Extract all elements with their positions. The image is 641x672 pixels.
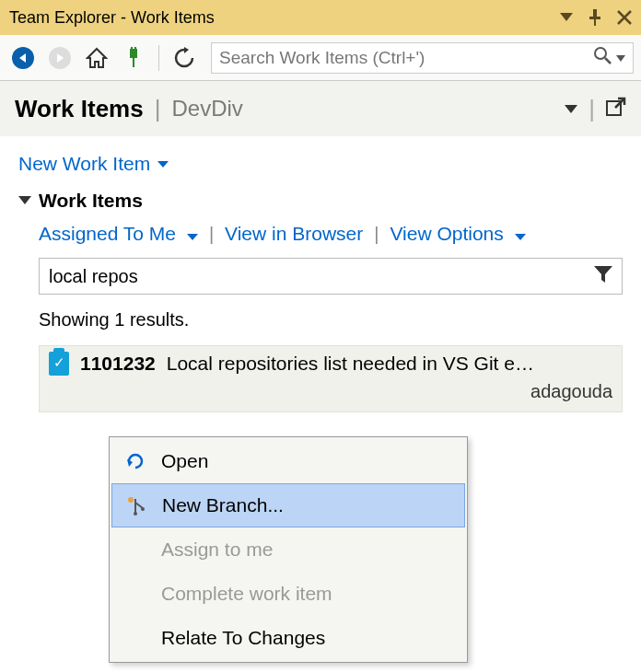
forward-button (44, 42, 76, 74)
chevron-down-icon (187, 234, 198, 240)
svg-rect-12 (131, 47, 133, 51)
page-title: Work Items (15, 95, 144, 123)
titlebar-title: Team Explorer - Work Items (9, 8, 215, 28)
svg-marker-0 (560, 13, 573, 21)
menu-assign-label: Assign to me (161, 539, 273, 561)
task-icon (49, 352, 69, 376)
filter-input-wrap[interactable] (39, 258, 623, 295)
view-in-browser-link[interactable]: View in Browser (225, 223, 363, 245)
window-menu-icon[interactable] (560, 13, 573, 22)
project-name: DevDiv (171, 96, 242, 122)
view-options-dropdown[interactable]: View Options (390, 223, 525, 245)
svg-marker-19 (565, 105, 577, 113)
filter-input[interactable] (49, 266, 594, 287)
svg-marker-22 (594, 266, 612, 283)
section-title: Work Items (39, 190, 143, 212)
svg-point-28 (141, 507, 145, 511)
pin-icon[interactable] (588, 9, 602, 26)
refresh-button[interactable] (169, 42, 200, 74)
menu-assign-to-me: Assign to me (111, 527, 465, 572)
page-header: Work Items | DevDiv | (0, 81, 641, 136)
work-item-title: Local repositories list needed in VS Git… (167, 353, 612, 375)
chevron-down-icon (157, 161, 169, 168)
open-icon (122, 451, 148, 471)
collapse-icon (18, 196, 31, 204)
back-button[interactable] (7, 42, 39, 74)
svg-line-26 (135, 503, 143, 508)
filter-dropdown[interactable]: Assigned To Me (39, 223, 198, 245)
svg-rect-14 (133, 58, 134, 67)
svg-marker-10 (87, 49, 106, 67)
menu-new-branch-label: New Branch... (162, 494, 284, 516)
search-input[interactable] (219, 48, 592, 68)
titlebar: Team Explorer - Work Items (0, 0, 641, 35)
body: New Work Item Work Items Assigned To Me … (0, 136, 641, 412)
search-box[interactable] (211, 42, 634, 74)
menu-relate-label: Relate To Changes (161, 627, 325, 649)
menu-new-branch[interactable]: New Branch... (111, 483, 465, 527)
context-menu: Open New Branch... Assign to me Complete… (109, 436, 468, 663)
menu-complete-label: Complete work item (161, 583, 332, 605)
svg-rect-2 (589, 17, 600, 19)
section-header[interactable]: Work Items (0, 184, 641, 221)
menu-relate-changes[interactable]: Relate To Changes (111, 616, 465, 660)
filter-label: Assigned To Me (39, 223, 176, 244)
separator: | (374, 224, 379, 245)
new-work-item-button[interactable]: New Work Item (0, 136, 641, 184)
menu-complete: Complete work item (111, 572, 465, 616)
menu-open-label: Open (161, 450, 208, 472)
popout-icon[interactable] (606, 97, 626, 122)
work-item-id: 1101232 (80, 353, 156, 375)
filter-icon[interactable] (594, 266, 612, 287)
connect-icon[interactable] (118, 42, 149, 74)
toolbar (0, 35, 641, 81)
titlebar-controls (560, 9, 632, 26)
view-options-label: View Options (390, 223, 503, 244)
svg-marker-15 (184, 47, 189, 53)
chevron-down-icon (515, 234, 526, 240)
close-icon[interactable] (617, 10, 632, 25)
results-count: Showing 1 results. (0, 304, 641, 340)
menu-open[interactable]: Open (111, 439, 465, 483)
svg-marker-18 (616, 55, 625, 62)
home-button[interactable] (81, 42, 112, 74)
svg-point-16 (595, 48, 606, 59)
svg-point-24 (128, 497, 134, 503)
svg-line-17 (605, 58, 611, 64)
filter-bar: Assigned To Me | View in Browser | View … (0, 221, 641, 254)
separator: | (209, 224, 214, 245)
search-dropdown-icon[interactable] (616, 48, 625, 67)
new-work-item-label: New Work Item (18, 153, 150, 175)
separator: | (589, 95, 595, 123)
branch-icon (123, 495, 149, 516)
separator (158, 45, 159, 71)
svg-rect-3 (594, 19, 596, 26)
page-menu-icon[interactable] (565, 99, 577, 119)
work-item-assignee: adagouda (49, 376, 612, 402)
work-item-card[interactable]: 1101232 Local repositories list needed i… (39, 345, 623, 412)
svg-point-27 (134, 512, 137, 516)
separator: | (155, 95, 161, 123)
svg-rect-13 (134, 47, 136, 51)
search-icon[interactable] (592, 45, 612, 70)
